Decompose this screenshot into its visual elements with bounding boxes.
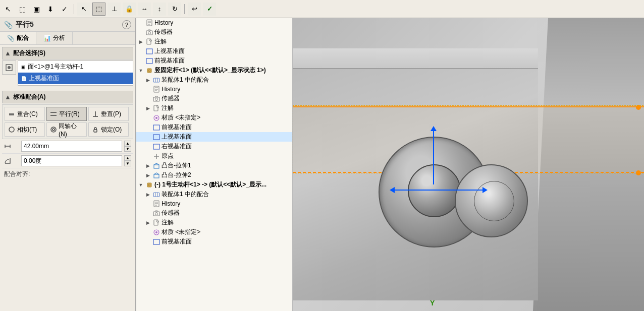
mate-rotate-btn[interactable]: ↻	[168, 3, 181, 16]
face-icon: ▣	[21, 65, 26, 70]
tree-expander[interactable]	[144, 238, 151, 245]
tree-expander[interactable]: ▶	[144, 162, 151, 169]
angle-spin-up[interactable]: ▲	[124, 155, 131, 161]
tree-expander[interactable]	[144, 229, 151, 236]
distance-spin-down[interactable]: ▼	[124, 146, 131, 152]
select-icon[interactable]: ⬚	[16, 3, 28, 15]
left-panel-body: ▲ 配合选择(S) ▣ 面<1>@1号主动杆-1 📄 上视基准面	[0, 45, 135, 311]
tree-item[interactable]: 材质 <未指定>	[136, 113, 292, 122]
tree-expander[interactable]	[144, 95, 151, 102]
tree-expander[interactable]	[137, 19, 144, 26]
mate-perpendicular-btn[interactable]: 垂直(P)	[88, 107, 129, 121]
tree-item[interactable]: ▶凸台-拉伸1	[136, 161, 292, 170]
down-arrow-icon[interactable]: ⬇	[44, 3, 57, 15]
mate-perp-btn[interactable]: ⊥	[108, 3, 121, 16]
tree-item[interactable]: ▶注解	[136, 37, 292, 46]
tree-item[interactable]: ▶注解	[136, 103, 292, 113]
cursor-icon[interactable]: ↖	[2, 3, 14, 15]
tree-expander[interactable]: ▶	[144, 172, 151, 179]
help-icon[interactable]: ?	[122, 20, 131, 29]
tree-item[interactable]: 传感器	[136, 27, 292, 37]
tree-expander[interactable]	[144, 86, 151, 93]
tree-item-icon	[152, 143, 160, 151]
tree-expander[interactable]	[137, 29, 144, 36]
tree-item[interactable]: 上视基准面	[136, 132, 292, 142]
tree-expander[interactable]	[144, 200, 151, 207]
tree-item[interactable]: History	[136, 85, 292, 94]
mate-tangent-btn[interactable]: 相切(T)	[5, 122, 45, 137]
tree-item[interactable]: 传感器	[136, 208, 292, 218]
tree-item[interactable]: 传感器	[136, 94, 292, 103]
mate-flip-btn[interactable]: ↕	[153, 3, 166, 16]
mate-parallel-btn[interactable]: 平行(R)	[46, 107, 87, 121]
tree-item-icon	[152, 152, 160, 160]
box-icon[interactable]: ▣	[30, 3, 42, 15]
tree-item-icon	[145, 38, 153, 46]
tree-item[interactable]: 原点	[136, 151, 292, 161]
tree-item[interactable]: ▶注解	[136, 218, 292, 227]
distance-input[interactable]	[21, 141, 122, 152]
tree-item[interactable]: ▶装配体1 中的配合	[136, 190, 292, 199]
angle-spinner[interactable]: ▲ ▼	[124, 155, 131, 166]
tree-expander[interactable]	[144, 153, 151, 160]
tree-expander[interactable]	[144, 114, 151, 121]
mate-tangent-label: 相切(T)	[17, 126, 37, 134]
tree-expander[interactable]: ▶	[137, 38, 144, 45]
tree-item[interactable]: 上视基准面	[136, 46, 292, 56]
tree-expander[interactable]: ▶	[144, 191, 151, 198]
tree-item-label: 凸台-拉伸1	[162, 161, 191, 170]
tree-expander[interactable]: ▼	[137, 67, 144, 74]
tree-expander[interactable]: ▼	[137, 181, 144, 189]
tree-item[interactable]: 材质 <未指定>	[136, 227, 292, 237]
distance-spin-up[interactable]: ▲	[124, 141, 131, 146]
mate-selection-chevron: ▲	[5, 49, 11, 57]
mate-selection-header[interactable]: ▲ 配合选择(S)	[2, 47, 133, 59]
tree-expander[interactable]	[144, 124, 151, 131]
tree-expander[interactable]: ▶	[144, 219, 151, 226]
selection-item-0[interactable]: ▣ 面<1>@1号主动杆-1	[18, 61, 133, 73]
tree-expander[interactable]	[137, 57, 144, 65]
mate-lock-btn2[interactable]: 锁定(O)	[88, 122, 129, 137]
tree-item[interactable]: 右视基准面	[136, 142, 292, 151]
face-selector-btn[interactable]	[2, 60, 16, 75]
mate-lock-btn[interactable]: 🔒	[123, 3, 136, 16]
mate-selection-label: 配合选择(S)	[13, 49, 131, 57]
tree-item[interactable]: ▼竖固定杆<1> (默认<<默认>_显示状态 1>)	[136, 66, 292, 75]
tree-item[interactable]: ▶装配体1 中的配合	[136, 75, 292, 85]
tree-item[interactable]: 前视基准面	[136, 56, 292, 66]
mate-cursor-btn[interactable]: ↖	[77, 3, 90, 16]
std-mate-header[interactable]: ▲ 标准配合(A)	[2, 91, 133, 103]
mate-coincident-btn[interactable]: 重合(C)	[5, 107, 45, 121]
svg-point-20	[148, 31, 151, 34]
tree-expander[interactable]	[144, 210, 151, 217]
angle-input[interactable]	[21, 155, 122, 166]
tree-expander[interactable]	[144, 134, 151, 141]
mate-select-btn[interactable]: ⬚	[92, 3, 105, 16]
tree-item[interactable]: 前视基准面	[136, 122, 292, 132]
tree-item-icon	[152, 162, 160, 170]
check-icon[interactable]: ✓	[59, 3, 71, 15]
angle-spin-down[interactable]: ▼	[124, 161, 131, 166]
mate-concentric-btn[interactable]: 同轴心(N)	[46, 122, 87, 137]
tab-peihe[interactable]: 📎 配合	[0, 32, 36, 44]
viewport[interactable]: Y	[293, 18, 644, 311]
tree-expander[interactable]	[137, 48, 144, 55]
tree-expander[interactable]: ▶	[144, 77, 151, 84]
tree-item[interactable]: ▼(-) 1号主动杆<1> -> (默认<<默认>_显示...	[136, 180, 292, 190]
mate-parallel-btn[interactable]: ↔	[138, 3, 151, 16]
tree-item[interactable]: History	[136, 199, 292, 208]
tree-item-icon	[152, 191, 160, 199]
tree-item-label: 前视基准面	[162, 237, 192, 246]
tree-item[interactable]: ▶凸台-拉伸2	[136, 170, 292, 180]
right-cylinder-inner	[474, 181, 514, 221]
confirm-btn[interactable]: ✓	[203, 3, 216, 16]
tree-expander[interactable]	[144, 143, 151, 150]
tree-expander[interactable]: ▶	[144, 105, 151, 112]
distance-spinner[interactable]: ▲ ▼	[124, 141, 131, 152]
selection-item-1[interactable]: 📄 上视基准面	[18, 73, 133, 84]
undo-btn[interactable]: ↩	[188, 3, 201, 16]
tab-fenxi[interactable]: 📊 分析	[36, 32, 73, 44]
tree-item[interactable]: 前视基准面	[136, 237, 292, 246]
tree-item[interactable]: History	[136, 18, 292, 27]
svg-rect-40	[153, 144, 159, 149]
